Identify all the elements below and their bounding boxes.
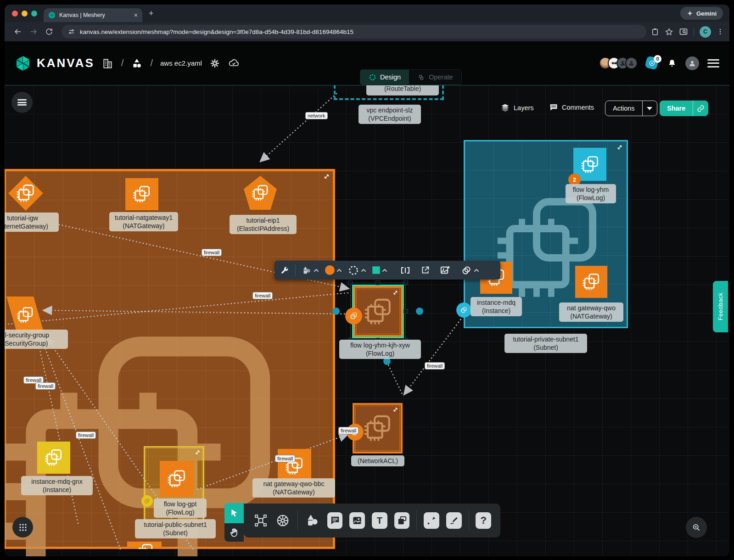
browser-tab[interactable]: Kanvas | Meshery × xyxy=(44,8,142,22)
open-in-new-icon[interactable] xyxy=(420,265,430,275)
line-tool[interactable] xyxy=(424,512,439,529)
node-label: (NetworkACL) xyxy=(351,455,404,466)
close-window-button[interactable] xyxy=(12,11,18,17)
site-settings-icon[interactable] xyxy=(68,28,75,35)
design-file-name[interactable]: aws ec2.yaml xyxy=(160,59,202,67)
collaborator-avatars[interactable] xyxy=(599,57,638,69)
environment-badge[interactable]: 0 xyxy=(646,57,659,70)
fit-text-icon[interactable] xyxy=(400,265,411,276)
collaborator-avatar[interactable] xyxy=(625,57,638,69)
edge-anchor-dot[interactable] xyxy=(332,308,340,315)
apps-grid-button[interactable] xyxy=(12,517,33,538)
copy-link-segment[interactable] xyxy=(693,101,708,116)
resize-handle[interactable] xyxy=(403,280,408,285)
design-label: Design xyxy=(380,73,401,81)
edge-firewall[interactable] xyxy=(387,362,402,394)
tab-close-icon[interactable]: × xyxy=(134,11,138,19)
edge-anchor-dot[interactable] xyxy=(416,308,423,315)
comment-tool[interactable] xyxy=(327,512,343,529)
rectangle-tool[interactable] xyxy=(372,266,387,274)
bookmark-star-icon[interactable] xyxy=(665,28,673,36)
forward-button[interactable] xyxy=(26,25,41,39)
chevron-up-icon[interactable] xyxy=(314,269,319,272)
select-tool-active[interactable] xyxy=(224,503,244,523)
browser-profile-avatar[interactable]: C xyxy=(700,26,711,38)
logo-text: KANVAS xyxy=(37,56,95,70)
zoom-window-button[interactable] xyxy=(31,11,37,17)
kanvas-logo[interactable]: KANVAS xyxy=(15,55,95,72)
chevron-up-icon[interactable] xyxy=(382,269,387,272)
notification-bell-icon[interactable] xyxy=(667,58,677,68)
zoom-search-button[interactable] xyxy=(686,517,707,538)
share-button[interactable]: Share xyxy=(660,101,708,116)
gemini-button[interactable]: Gemini xyxy=(680,7,723,20)
url-field[interactable]: kanvas.new/extension/meshmap?mode=design… xyxy=(62,25,646,39)
components-tool[interactable] xyxy=(253,512,269,529)
share-label[interactable]: Share xyxy=(660,105,693,112)
wrench-icon[interactable] xyxy=(280,266,289,275)
tab-design[interactable]: Design xyxy=(360,70,409,84)
resize-handle[interactable] xyxy=(403,309,408,314)
sketch-tool[interactable] xyxy=(446,512,462,529)
add-image-icon[interactable] xyxy=(440,265,450,275)
tab-search-icon[interactable] xyxy=(679,27,688,36)
node-natgateway-bbc[interactable] xyxy=(278,449,311,483)
zoom-in-icon xyxy=(692,523,701,532)
reload-button[interactable] xyxy=(41,25,57,39)
shapes-tool[interactable] xyxy=(302,265,319,275)
back-button[interactable] xyxy=(10,25,26,39)
color-tool[interactable] xyxy=(325,265,342,275)
edge-network[interactable] xyxy=(260,94,336,162)
meshsync-icon[interactable] xyxy=(209,58,220,69)
text-tool[interactable]: T xyxy=(372,512,387,529)
media-tool[interactable] xyxy=(349,512,365,529)
new-tab-button[interactable]: + xyxy=(149,9,154,18)
actions-button[interactable]: Actions xyxy=(605,101,657,116)
resize-icon[interactable] xyxy=(616,144,623,151)
breadcrumb-separator: / xyxy=(121,58,124,68)
pan-tool[interactable] xyxy=(224,523,244,542)
flowlog-gpt-badge[interactable] xyxy=(141,495,153,507)
note-tool[interactable] xyxy=(394,512,410,529)
resize-icon[interactable] xyxy=(392,290,398,296)
resize-handle[interactable] xyxy=(348,280,353,285)
actions-dropdown[interactable] xyxy=(642,101,657,116)
organization-icon[interactable] xyxy=(102,57,114,69)
node-natgateway-qwo[interactable] xyxy=(575,266,607,298)
user-avatar[interactable] xyxy=(685,56,699,70)
node-flowlog-gpt[interactable] xyxy=(160,461,194,497)
chevron-up-icon[interactable] xyxy=(474,269,479,272)
feedback-tab[interactable]: Feedback xyxy=(713,281,728,332)
canvas-menu-button[interactable] xyxy=(11,92,33,113)
actions-label[interactable]: Actions xyxy=(605,105,642,112)
cloud-sync-icon[interactable] xyxy=(228,57,240,69)
chevron-up-icon[interactable] xyxy=(361,269,366,272)
node-instance-gnx[interactable] xyxy=(37,442,70,474)
group-tool[interactable] xyxy=(461,265,479,276)
layers-button[interactable]: Layers xyxy=(500,103,534,112)
freehand-pencil-icon xyxy=(449,515,459,526)
design-canvas[interactable]: tutorial-igw(InternetGateway) tutorial-n… xyxy=(5,85,729,556)
browser-menu-icon[interactable] xyxy=(717,28,724,35)
resize-handle[interactable] xyxy=(375,280,380,285)
chevron-up-icon[interactable] xyxy=(336,269,342,272)
resize-icon[interactable] xyxy=(323,173,330,180)
comments-button[interactable]: Comments xyxy=(549,103,594,112)
save-icon[interactable] xyxy=(651,28,659,36)
shapes-library-tool[interactable] xyxy=(305,512,320,529)
node-natgateway1[interactable] xyxy=(125,178,158,210)
flowlog-kjh-badge[interactable] xyxy=(345,308,362,325)
resize-icon[interactable] xyxy=(195,449,201,455)
rectangle-swatch[interactable] xyxy=(372,266,380,274)
minimize-window-button[interactable] xyxy=(22,11,28,17)
kubernetes-tool[interactable] xyxy=(275,512,291,529)
color-swatch[interactable] xyxy=(325,265,335,275)
resize-icon[interactable] xyxy=(392,407,398,413)
lasso-tool[interactable] xyxy=(348,265,366,276)
node-clipped-bottom[interactable] xyxy=(127,542,162,549)
app-menu-icon[interactable] xyxy=(707,59,719,67)
workspace-shapes-icon[interactable] xyxy=(131,57,143,69)
help-tool[interactable]: ? xyxy=(476,512,491,529)
tab-operate[interactable]: Operate xyxy=(409,70,461,84)
subnet-edge-handle[interactable] xyxy=(456,302,471,318)
